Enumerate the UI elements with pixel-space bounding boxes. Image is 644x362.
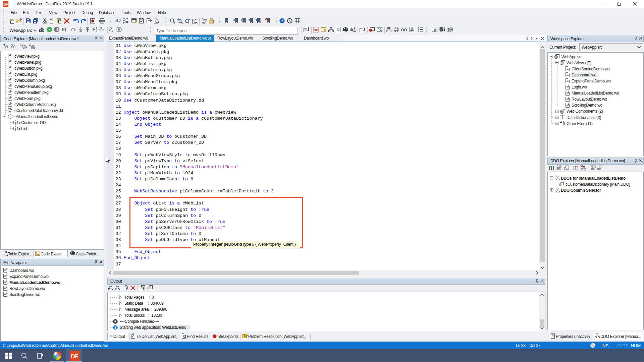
- svg-text:a b: a b: [203, 18, 207, 21]
- svg-text:DF: DF: [71, 353, 78, 360]
- svg-text:DF: DF: [3, 3, 8, 6]
- svg-text:m: m: [559, 184, 561, 186]
- svg-text:fx: fx: [29, 43, 31, 47]
- svg-text:ac: ac: [202, 21, 205, 24]
- svg-text:?: ?: [281, 19, 283, 23]
- svg-text:DF: DF: [314, 28, 318, 32]
